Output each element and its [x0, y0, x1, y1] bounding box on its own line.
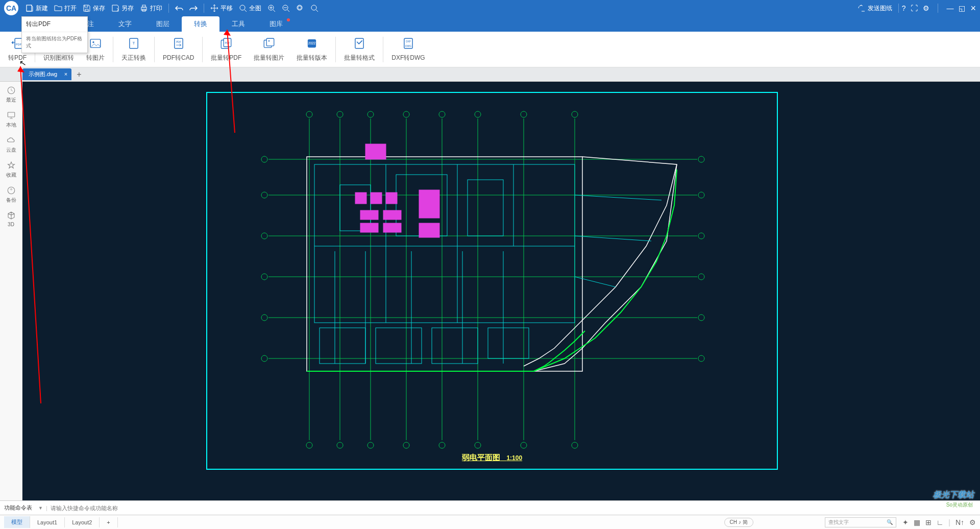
ribbon-batch-version[interactable]: 2022 批量转版本 — [290, 32, 333, 67]
svg-point-74 — [698, 274, 704, 280]
minimize-button[interactable]: — — [946, 4, 953, 12]
status-bar: 模型 Layout1 Layout2 + CH ♪ 简 查找文字 🔍 ✦ ▦ ⊞… — [0, 515, 980, 529]
help-button[interactable]: ? — [902, 4, 906, 12]
settings-icon[interactable]: ⚙ — [969, 518, 976, 526]
svg-point-25 — [268, 40, 270, 41]
svg-point-76 — [261, 315, 267, 321]
svg-rect-95 — [355, 193, 366, 204]
svg-point-54 — [572, 111, 578, 117]
svg-point-4 — [240, 5, 245, 10]
svg-rect-24 — [266, 38, 274, 46]
zoom-reset-button[interactable] — [310, 4, 318, 12]
ribbon-tianzheng[interactable]: T 天正转换 — [115, 32, 152, 67]
left-favorite[interactable]: 收藏 — [6, 161, 16, 179]
open-button[interactable]: 打开 — [54, 4, 77, 13]
tooltip-title: 转出PDF — [22, 17, 87, 32]
svg-point-50 — [475, 111, 481, 117]
add-tab-button[interactable]: + — [77, 70, 81, 79]
svg-point-52 — [521, 111, 527, 117]
pan-button[interactable]: 平移 — [210, 4, 233, 13]
annotation-arrow-2 — [219, 26, 240, 138]
new-icon — [26, 4, 34, 12]
separator — [154, 37, 155, 62]
svg-point-57 — [368, 442, 374, 448]
menu-convert[interactable]: 转换 — [182, 16, 219, 32]
title-bar: CA 新建 打开 保存 另存 打印 平移 全图 发送图纸 ? ⛶ ⚙ — [0, 0, 980, 16]
left-recent[interactable]: 最近 — [6, 86, 16, 104]
maximize-button[interactable]: ◱ — [959, 4, 965, 12]
ortho-toggle[interactable]: ∟ — [937, 518, 944, 526]
tooltip: 转出PDF 将当前图纸转出为PDF格式 — [21, 16, 88, 53]
zoom-window-button[interactable] — [296, 4, 304, 12]
command-input[interactable] — [51, 505, 976, 511]
annotation-arrow-1 — [15, 61, 56, 408]
ime-indicator[interactable]: CH ♪ 简 — [724, 518, 753, 527]
left-cloud[interactable]: 云盘 — [6, 136, 16, 154]
zoom-in-button[interactable] — [267, 4, 276, 12]
canvas[interactable]: 弱电平面图 1:100 — [22, 82, 980, 500]
search-icon[interactable]: 🔍 — [887, 519, 893, 525]
command-label: 功能命令表 — [4, 504, 32, 512]
layout-tab-1[interactable]: Layout1 — [30, 517, 65, 527]
zoom-out-button[interactable] — [282, 4, 290, 12]
svg-point-67 — [261, 192, 267, 198]
menu-layer[interactable]: 图层 — [144, 16, 182, 32]
save-button[interactable]: 保存 — [83, 4, 105, 13]
print-button[interactable]: 打印 — [140, 4, 162, 13]
separator — [898, 4, 899, 13]
redo-button[interactable] — [189, 4, 198, 12]
badge-icon — [287, 18, 290, 21]
file-tab-bar: 示例图.dwg × + — [0, 67, 980, 82]
full-button[interactable]: 全图 — [239, 4, 261, 13]
snap-toggle[interactable]: ✦ — [902, 518, 909, 526]
undo-button[interactable] — [175, 4, 183, 12]
search-icon — [239, 4, 247, 12]
left-local[interactable]: 本地 — [6, 111, 16, 129]
compass-icon[interactable]: N↑ — [955, 518, 964, 526]
drawing-title: 弱电平面图 1:100 — [462, 453, 522, 463]
batch-format-icon — [352, 36, 366, 51]
pan-icon — [210, 4, 218, 12]
zoom-in-icon — [267, 4, 276, 12]
ribbon-pdf-to-cad[interactable]: PDF PDF转CAD — [157, 32, 200, 67]
watermark: 极光下载站 — [933, 490, 974, 500]
svg-rect-81 — [307, 157, 582, 371]
svg-rect-8 — [298, 6, 301, 9]
svg-point-9 — [311, 5, 316, 10]
send-drawing-button[interactable]: 发送图纸 — [857, 4, 892, 13]
ribbon-batch-image[interactable]: 批量转图片 — [248, 32, 290, 67]
settings-button[interactable]: ⚙ — [923, 4, 929, 12]
batch-image-icon — [262, 36, 276, 51]
menu-text[interactable]: 文字 — [106, 16, 144, 32]
ribbon-dxf-dwg[interactable]: DXFDWG DXF转DWG — [385, 32, 431, 67]
ribbon-batch-format[interactable]: 批量转格式 — [338, 32, 381, 67]
grid-toggle[interactable]: ▦ — [914, 518, 920, 526]
svg-rect-89 — [468, 180, 503, 236]
svg-point-77 — [698, 315, 704, 321]
undo-icon — [175, 4, 183, 12]
backup-icon — [7, 186, 16, 195]
fullscreen-button[interactable]: ⛶ — [911, 4, 918, 12]
menu-library[interactable]: 图库 — [257, 16, 295, 32]
svg-rect-2 — [142, 5, 145, 7]
close-tab-icon[interactable]: × — [64, 71, 67, 77]
left-backup[interactable]: 备份 — [6, 186, 16, 204]
command-dropdown-icon[interactable]: ▼ — [38, 506, 43, 511]
folder-icon — [54, 4, 62, 12]
separator — [202, 37, 203, 62]
svg-point-61 — [521, 442, 527, 448]
left-3d[interactable]: 3D — [7, 211, 16, 227]
layout-tab-2[interactable]: Layout2 — [65, 517, 100, 527]
search-text-box[interactable]: 查找文字 🔍 — [825, 517, 896, 527]
close-button[interactable]: × — [970, 3, 976, 14]
separator — [204, 4, 204, 13]
add-layout-button[interactable]: + — [100, 517, 117, 527]
status-icons: ✦ ▦ ⊞ ∟ | N↑ ⚙ — [902, 518, 976, 526]
new-button[interactable]: 新建 — [26, 4, 48, 13]
pdf-cad-icon: PDF — [172, 36, 186, 51]
saveas-button[interactable]: 另存 — [111, 4, 134, 13]
svg-point-79 — [261, 355, 267, 362]
grid2-toggle[interactable]: ⊞ — [925, 518, 932, 526]
svg-line-34 — [227, 30, 235, 133]
layout-tab-model[interactable]: 模型 — [4, 516, 30, 528]
